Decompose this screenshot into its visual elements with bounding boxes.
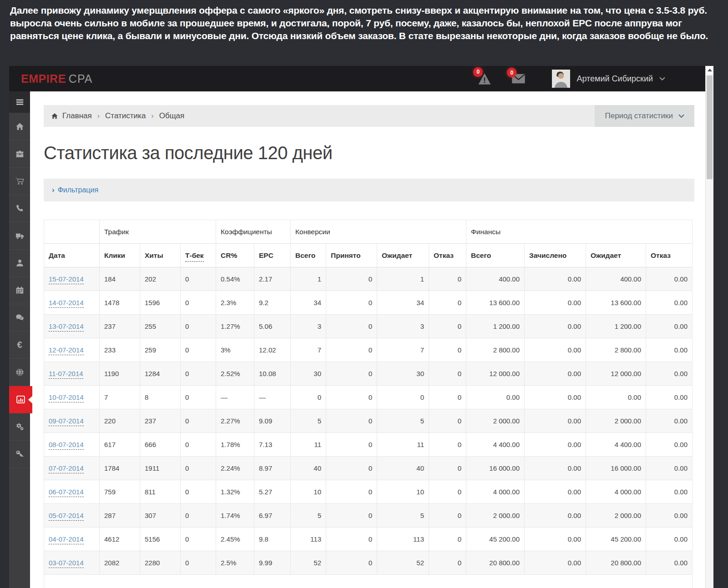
column-header: Всего [466, 244, 525, 267]
date-link[interactable]: 05-07-2014 [49, 512, 84, 521]
cell: 617 [100, 433, 140, 457]
cell: 0 [181, 362, 216, 386]
sidebar-item-delivery[interactable] [9, 222, 30, 250]
chevron-down-icon [678, 114, 684, 118]
breadcrumb-home[interactable]: Главная [62, 111, 92, 121]
cell: 0 [429, 528, 466, 551]
cell: 2 000.00 [466, 504, 525, 528]
cell: 13 600.00 [466, 291, 525, 315]
date-cell[interactable]: 07-07-2014 [44, 457, 100, 480]
date-cell[interactable]: 11-07-2014 [44, 362, 100, 386]
date-link[interactable]: 11-07-2014 [49, 370, 83, 379]
date-link[interactable]: 12-07-2014 [49, 346, 84, 355]
scrollbar[interactable] [705, 66, 713, 588]
sidebar-item-users[interactable] [9, 250, 30, 277]
user-name: Артемий Сибирский [576, 74, 653, 84]
cell: 0.00 [646, 433, 693, 457]
cell: 2 800.00 [586, 338, 646, 362]
date-cell[interactable]: 13-07-2014 [44, 315, 100, 338]
cell: 2280 [140, 551, 181, 575]
date-cell[interactable]: 12-07-2014 [44, 338, 100, 362]
sidebar-item-messages[interactable] [9, 304, 30, 332]
cell: 184 [100, 267, 140, 291]
date-link[interactable]: 03-07-2014 [49, 559, 84, 568]
sidebar-item-menu-toggle[interactable] [9, 91, 30, 113]
cell: 0 [326, 457, 377, 480]
date-link[interactable]: 04-07-2014 [49, 535, 84, 544]
scrollbar-thumb[interactable] [707, 75, 713, 179]
table-row: 14-07-20141478159602.3%9.234034013 600.0… [44, 291, 693, 315]
table-row: 15-07-201418420200.54%2.171010400.000.00… [44, 267, 693, 291]
cell: 0 [181, 433, 216, 457]
cell: 16 000.00 [466, 457, 525, 480]
date-cell[interactable]: 06-07-2014 [44, 480, 100, 504]
breadcrumb-statistics[interactable]: Статистика [105, 111, 146, 121]
cell: 0.00 [525, 433, 586, 457]
sidebar-item-settings[interactable] [9, 413, 30, 441]
date-cell[interactable]: 14-07-2014 [44, 291, 100, 315]
cell: 0 [429, 457, 466, 480]
cell: 0 [429, 504, 466, 528]
cell: 0 [291, 386, 326, 409]
cell: 0 [429, 291, 466, 315]
user-menu[interactable]: Артемий Сибирский [552, 70, 665, 88]
cell: 2.27% [216, 409, 254, 433]
cell: 0.00 [646, 528, 693, 551]
date-cell[interactable]: 04-07-2014 [44, 528, 100, 551]
cell: 1190 [100, 362, 140, 386]
date-link[interactable]: 06-07-2014 [49, 488, 84, 497]
cell: 0 [181, 528, 216, 551]
cell: 2 000.00 [586, 409, 646, 433]
app-header: EMPIRECPA 0 0 [9, 66, 705, 91]
sidebar-item-finance[interactable]: € [9, 332, 30, 359]
cell: 0 [326, 504, 377, 528]
date-cell[interactable]: 03-07-2014 [44, 551, 100, 575]
period-selector-button[interactable]: Период статистики [595, 105, 694, 127]
scroll-up-button[interactable] [706, 66, 713, 74]
date-cell[interactable]: 15-07-2014 [44, 267, 100, 291]
sidebar-item-home[interactable] [9, 113, 30, 141]
cell: 0 [429, 338, 466, 362]
cell: 0 [326, 409, 377, 433]
date-link[interactable]: 09-07-2014 [49, 417, 84, 426]
column-header: EPC [254, 244, 291, 267]
date-cell[interactable]: 05-07-2014 [44, 504, 100, 528]
cell: 0 [429, 315, 466, 338]
messages-button[interactable]: 0 [511, 73, 526, 84]
breadcrumb: Главная Статистика Общая Период статисти… [44, 105, 694, 127]
sidebar-item-calls[interactable] [9, 195, 30, 222]
date-cell[interactable]: 09-07-2014 [44, 409, 100, 433]
column-header: Т-бек [181, 244, 216, 267]
sidebar-item-offers[interactable] [9, 141, 30, 168]
cell: 2.24% [216, 457, 254, 480]
sidebar-item-statistics[interactable] [9, 386, 32, 413]
date-link[interactable]: 14-07-2014 [49, 299, 84, 308]
column-header: Зачислено [525, 244, 586, 267]
cell: 0.00 [525, 267, 586, 291]
sidebar-item-orders[interactable] [9, 168, 30, 195]
filter-toggle[interactable]: › Фильтрация [44, 179, 694, 201]
cell: 259 [140, 338, 181, 362]
home-icon [15, 122, 24, 131]
date-cell[interactable]: 10-07-2014 [44, 386, 100, 409]
sidebar-item-sites[interactable] [9, 359, 30, 386]
sidebar-item-api-keys[interactable] [9, 441, 30, 468]
sidebar-item-calendar[interactable] [9, 277, 30, 304]
app-logo[interactable]: EMPIRECPA [21, 72, 92, 85]
date-link[interactable]: 13-07-2014 [49, 322, 84, 332]
date-cell[interactable]: 08-07-2014 [44, 433, 100, 457]
alerts-button[interactable]: 0 [478, 73, 491, 85]
date-link[interactable]: 10-07-2014 [49, 393, 84, 402]
table-row: 09-07-201422023702.27%9.0950502 000.000.… [44, 409, 693, 433]
date-link[interactable]: 07-07-2014 [49, 464, 84, 473]
date-link[interactable]: 15-07-2014 [49, 275, 84, 284]
date-link[interactable]: 08-07-2014 [49, 441, 84, 450]
column-group-header: Конверсии [291, 220, 466, 244]
cell: 0 [181, 480, 216, 504]
cell: 20 800.00 [586, 551, 646, 575]
cell: 0.54% [216, 267, 254, 291]
column-header: Всего [291, 244, 326, 267]
breadcrumb-general[interactable]: Общая [159, 111, 185, 121]
cell: 34 [377, 291, 429, 315]
cell: 0.00 [646, 457, 693, 480]
